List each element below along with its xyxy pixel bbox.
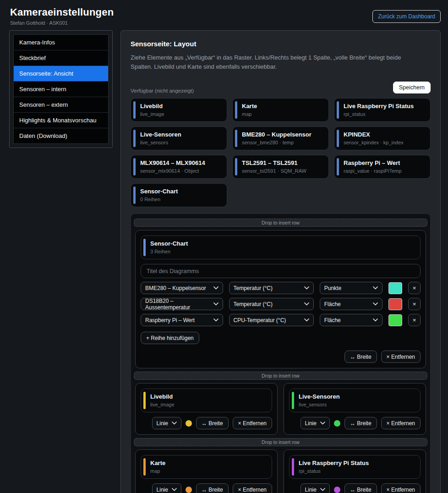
remove-widget-button[interactable]: × Entfernen [381, 483, 421, 493]
widget-card-title: Live-Sensoren [299, 393, 415, 400]
series-style-select-value: Punkte [324, 285, 341, 291]
widget-card[interactable]: Livebildlive_image [141, 389, 272, 412]
width-toggle-button[interactable]: ↔ Breite [344, 351, 377, 363]
remove-series-button[interactable]: × [408, 298, 421, 310]
widget-card[interactable]: Live-Sensorenlive_sensors [289, 389, 421, 412]
add-series-button[interactable]: + Reihe hinzufügen [141, 332, 199, 344]
widget-card-subtitle: live_image [150, 402, 266, 407]
series-sensor-select[interactable]: BME280 – Kuppelsensor [141, 282, 223, 294]
series-color-swatch[interactable] [388, 298, 402, 310]
available-card[interactable]: Live-Sensorenlive_sensors [131, 126, 227, 150]
widget-card[interactable]: Sensor-Chart3 Reihen [141, 236, 421, 259]
remove-widget-button[interactable]: × Entfernen [233, 417, 272, 429]
available-card[interactable]: TSL2591 – TSL2591sensor_tsl2591 · SQM_RA… [232, 155, 329, 179]
remove-widget-button[interactable]: × Entfernen [381, 351, 421, 363]
widget-style-select[interactable]: Linie [300, 483, 330, 493]
widget-style-select[interactable]: Linie [152, 483, 181, 493]
chevron-down-icon [213, 318, 219, 322]
widget-accent-bar [143, 239, 146, 256]
widget-color-dot[interactable] [334, 420, 340, 427]
widget-accent-bar [337, 158, 339, 175]
available-card-subtitle: live_image [140, 111, 221, 117]
drop-to-insert-row-zone[interactable]: Drop to insert row [134, 372, 427, 380]
layout: Kamera-InfosSteckbriefSensorseite: Ansic… [0, 30, 448, 493]
width-toggle-button[interactable]: ↔ Breite [196, 483, 229, 493]
available-card-title: Karte [242, 103, 323, 110]
available-card-title: Sensor-Chart [140, 188, 221, 195]
series-style-select[interactable]: Fläche [320, 298, 382, 310]
widget-accent-bar [292, 458, 294, 476]
available-card-subtitle: sensor_tsl2591 · SQM_RAW [242, 168, 323, 174]
widget-accent-bar [133, 158, 136, 175]
sidebar-item[interactable]: Steckbrief [14, 50, 108, 66]
widget-color-dot[interactable] [186, 420, 192, 427]
page-subtitle: Stefan Gotthold · ASK001 [10, 20, 114, 26]
remove-widget-button[interactable]: × Entfernen [381, 417, 421, 429]
remove-widget-button[interactable]: × Entfernen [233, 483, 272, 493]
available-card[interactable]: KPINDEXsensor_kpindex · kp_index [334, 126, 431, 150]
available-card[interactable]: Livebildlive_image [131, 98, 227, 122]
remove-series-button[interactable]: × [408, 282, 421, 294]
series-metric-select[interactable]: Temperatur (°C) [229, 298, 314, 310]
series-color-swatch[interactable] [388, 314, 402, 326]
available-card[interactable]: Kartemap [232, 98, 329, 122]
grid-cell: Livebildlive_imageLinie↔ Breite× Entfern… [135, 383, 278, 435]
sidebar-item[interactable]: Sensoren – intern [14, 82, 108, 97]
remove-series-button[interactable]: × [408, 314, 421, 326]
save-button[interactable]: Speichern [393, 82, 431, 93]
available-card-subtitle: live_sensors [140, 140, 221, 145]
width-toggle-button[interactable]: ↔ Breite [196, 417, 229, 429]
available-card-title: Livebild [140, 103, 221, 110]
widget-accent-bar [235, 101, 237, 119]
widget-card[interactable]: Kartemap [141, 455, 272, 479]
available-card[interactable]: Live Raspberry Pi Statusrpi_status [334, 98, 431, 122]
widget-style-select-value: Linie [305, 487, 317, 493]
series-sensor-select[interactable]: DS18B20 – Aussentemperatur [141, 298, 223, 310]
series-metric-select[interactable]: CPU-Temperatur (°C) [229, 314, 314, 326]
series-style-select[interactable]: Fläche [320, 314, 382, 326]
series-sensor-select[interactable]: Raspberry Pi – Wert [141, 314, 223, 326]
series-style-select[interactable]: Punkte [320, 282, 382, 294]
widget-card-title: Live Raspberry Pi Status [299, 460, 415, 466]
drop-to-insert-row-zone[interactable]: Drop to insert row [134, 438, 427, 446]
chevron-down-icon [213, 302, 219, 306]
series-metric-select[interactable]: Temperatur (°C) [229, 282, 314, 294]
widget-style-select[interactable]: Linie [152, 417, 181, 429]
sidebar-item[interactable]: Sensoren – extern [14, 97, 108, 113]
available-card[interactable]: BME280 – Kuppelsensorsensor_bme280 · tem… [232, 126, 329, 150]
main-panel: Sensorseite: Layout Ziehe Elemente aus „… [120, 30, 441, 493]
widget-color-dot[interactable] [186, 487, 192, 493]
available-card-subtitle: map [242, 111, 323, 117]
section-description: Ziehe Elemente aus „Verfügbar“ in das Ra… [131, 53, 424, 71]
drop-to-insert-row-zone[interactable]: Drop to insert row [134, 219, 427, 227]
widget-color-dot[interactable] [334, 487, 340, 493]
page-header: Kameraeinstellungen Stefan Gotthold · AS… [0, 0, 448, 30]
chart-series-row: Raspberry Pi – WertCPU-Temperatur (°C)Fl… [141, 314, 421, 326]
sidebar-item[interactable]: Daten (Download) [14, 128, 108, 143]
series-style-select-value: Fläche [324, 301, 341, 307]
available-card-title: Live-Sensoren [140, 131, 221, 138]
sidebar-item[interactable]: Sensorseite: Ansicht [14, 66, 108, 82]
widget-controls: Linie↔ Breite× Entfernen [289, 417, 421, 429]
series-color-swatch[interactable] [388, 282, 402, 294]
sidebar: Kamera-InfosSteckbriefSensorseite: Ansic… [9, 30, 113, 148]
available-card[interactable]: MLX90614 – MLX90614sensor_mlx90614 · Obj… [131, 155, 227, 179]
series-sensor-select-value: BME280 – Kuppelsensor [145, 285, 206, 291]
sidebar-item[interactable]: Kamera-Infos [14, 35, 108, 50]
sidebar-nav-list: Kamera-InfosSteckbriefSensorseite: Ansic… [13, 34, 109, 144]
width-toggle-button[interactable]: ↔ Breite [344, 417, 377, 429]
widget-card-title: Sensor-Chart [150, 240, 415, 247]
available-card[interactable]: Raspberry Pi – Wertraspi_value · raspiPi… [334, 155, 431, 179]
widget-style-select[interactable]: Linie [300, 417, 330, 429]
series-metric-select-value: CPU-Temperatur (°C) [234, 317, 286, 323]
available-card[interactable]: Sensor-Chart0 Reihen [131, 183, 227, 207]
widget-accent-bar [143, 392, 146, 409]
widget-card[interactable]: Live Raspberry Pi Statusrpi_status [289, 455, 421, 479]
chart-title-input[interactable] [141, 264, 421, 278]
width-toggle-button[interactable]: ↔ Breite [344, 483, 377, 493]
back-to-dashboard-button[interactable]: Zurück zum Dashboard [372, 10, 441, 23]
sidebar-item[interactable]: Highlights & Monatsvorschau [14, 113, 108, 128]
page-title: Kameraeinstellungen [10, 6, 114, 18]
available-card-subtitle: rpi_status [344, 111, 425, 117]
widget-style-select-value: Linie [305, 420, 317, 427]
